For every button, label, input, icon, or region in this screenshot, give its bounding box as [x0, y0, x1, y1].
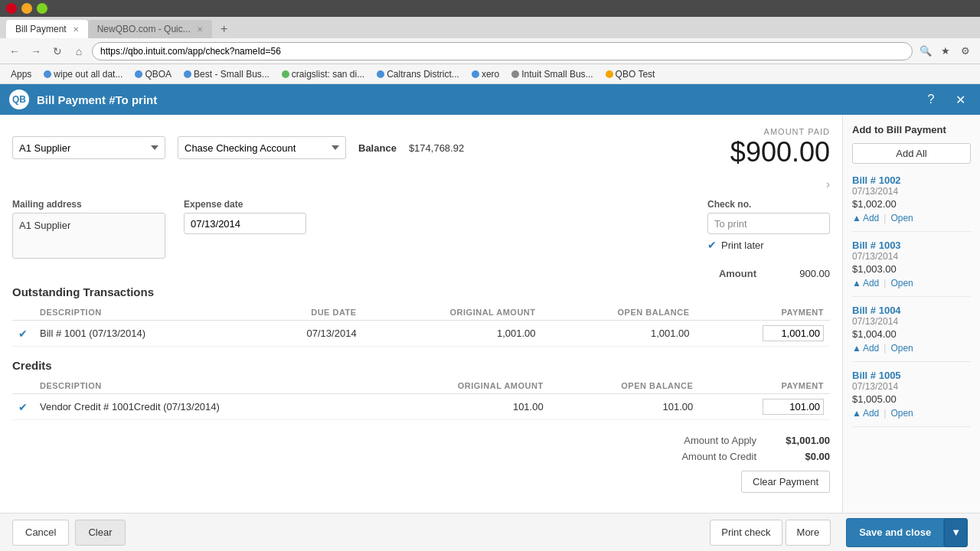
mailing-address-label: Mailing address [12, 199, 165, 210]
add-all-button[interactable]: Add All [852, 143, 971, 164]
col-check [12, 305, 34, 321]
credits-title: Credits [12, 359, 830, 372]
expense-date-input[interactable] [184, 213, 306, 234]
browser-close-button[interactable] [6, 3, 17, 14]
row-payment[interactable] [699, 394, 830, 420]
bookmark-wipe[interactable]: wipe out all dat... [39, 67, 127, 81]
cancel-button[interactable]: Cancel [12, 520, 69, 546]
chevron-right-icon[interactable]: › [826, 178, 830, 191]
new-tab-button[interactable]: + [215, 20, 234, 38]
browser-minimize-button[interactable] [21, 3, 32, 14]
bookmark-qbo[interactable]: QBO Test [601, 67, 660, 81]
bill-add-button-1002[interactable]: ▲ Add [852, 213, 879, 223]
close-app-icon[interactable]: ✕ [949, 89, 971, 110]
vendor-select[interactable]: A1 Supplier [12, 136, 165, 159]
tab-bill-payment[interactable]: Bill Payment ✕ [6, 20, 88, 38]
bookmark-label: Intuit Small Bus... [521, 69, 593, 80]
tab-close-icon[interactable]: ✕ [73, 25, 79, 34]
amount-paid-label: AMOUNT PAID [730, 127, 830, 136]
bill-amount-1004: $1,004.00 [852, 328, 971, 340]
right-sidebar: Add to Bill Payment Add All Bill # 1002 … [842, 115, 980, 513]
bookmark-label: QBO Test [616, 69, 655, 80]
bill-number-1005[interactable]: Bill # 1005 [852, 370, 971, 381]
credit-payment-input[interactable] [763, 399, 824, 415]
bill-card-1003: Bill # 1003 07/13/2014 $1,003.00 ▲ Add |… [852, 240, 971, 297]
bill-open-button-1002[interactable]: Open [890, 213, 913, 223]
bookmark-label: craigslist: san di... [292, 69, 364, 80]
print-actions: Print check More [710, 520, 831, 546]
balance-label: Balance [358, 142, 397, 154]
tab-newqbo[interactable]: NewQBO.com - Quic... ✕ [88, 20, 212, 38]
bookmark-star-icon[interactable]: ★ [937, 43, 954, 60]
amount-to-apply-row: Amount to Apply $1,001.00 [649, 432, 830, 448]
bookmark-caltrans[interactable]: Caltrans District... [372, 67, 464, 81]
bill-number-1004[interactable]: Bill # 1004 [852, 305, 971, 316]
back-button[interactable]: ← [6, 43, 23, 60]
bill-actions-1005: ▲ Add | Open [852, 408, 971, 419]
bookmark-best[interactable]: Best - Small Bus... [179, 67, 274, 81]
bill-open-button-1004[interactable]: Open [890, 343, 913, 354]
tab-close-icon[interactable]: ✕ [197, 25, 203, 34]
bill-amount-1005: $1,005.00 [852, 393, 971, 405]
row-check-cell: ✔ [12, 394, 34, 420]
tab-label: Bill Payment [15, 24, 67, 34]
check-no-group: Check no. [707, 199, 830, 234]
forward-button[interactable]: → [28, 43, 44, 60]
bookmark-dot-icon [135, 70, 142, 78]
row-description: Vendor Credit # 1001Credit (07/13/2014) [34, 394, 375, 420]
row-checkmark-icon[interactable]: ✔ [18, 328, 28, 340]
bill-number-1003[interactable]: Bill # 1003 [852, 240, 971, 251]
bookmark-apps[interactable]: Apps [6, 67, 36, 81]
account-select[interactable]: Chase Checking Account [178, 136, 346, 159]
bill-add-button-1004[interactable]: ▲ Add [852, 343, 879, 354]
bill-separator: | [884, 278, 886, 289]
browser-maximize-button[interactable] [37, 3, 47, 14]
amount-row: Amount 900.00 [12, 268, 830, 279]
credits-table: DESCRIPTION ORIGINAL AMOUNT OPEN BALANCE… [12, 378, 830, 420]
bill-add-button-1005[interactable]: ▲ Add [852, 408, 879, 419]
bill-number-1002[interactable]: Bill # 1002 [852, 174, 971, 186]
app-header: QB Bill Payment #To print ? ✕ [0, 84, 980, 115]
settings-icon[interactable]: ⚙ [957, 43, 974, 60]
add-to-bill-row: › [12, 178, 830, 191]
bill-card-1002: Bill # 1002 07/13/2014 $1,002.00 ▲ Add |… [852, 174, 971, 232]
outstanding-transactions-title: Outstanding Transactions [12, 285, 830, 298]
bill-actions-1004: ▲ Add | Open [852, 343, 971, 354]
bill-open-button-1003[interactable]: Open [890, 278, 913, 289]
col-due-date: DUE DATE [249, 305, 362, 321]
col-payment: PAYMENT [699, 378, 830, 394]
payment-input[interactable] [763, 325, 824, 341]
row-open-balance: 101.00 [550, 394, 700, 420]
bookmark-qboa[interactable]: QBOA [130, 67, 176, 81]
address-bar[interactable] [92, 42, 913, 60]
row-original-amount: 1,001.00 [363, 321, 542, 347]
print-check-button[interactable]: Print check [710, 520, 782, 546]
tab-label: NewQBO.com - Quic... [97, 24, 191, 34]
summary-section: Amount to Apply $1,001.00 Amount to Cred… [12, 432, 830, 493]
bill-separator: | [884, 213, 886, 223]
refresh-button[interactable]: ↻ [49, 43, 66, 60]
bill-card-1005: Bill # 1005 07/13/2014 $1,005.00 ▲ Add |… [852, 370, 971, 427]
bookmark-craigslist[interactable]: craigslist: san di... [277, 67, 369, 81]
save-close-group: Save and close ▼ [846, 518, 968, 547]
amount-paid-section: AMOUNT PAID $900.00 [730, 127, 830, 168]
fields-row: Mailing address A1 Supplier Expense date… [12, 199, 830, 259]
bill-open-button-1005[interactable]: Open [890, 408, 913, 419]
save-dropdown-button[interactable]: ▼ [944, 518, 968, 547]
clear-payment-button[interactable]: Clear Payment [741, 471, 830, 493]
amount-label: Amount [719, 268, 756, 279]
row-payment[interactable] [696, 321, 830, 347]
clear-button[interactable]: Clear [75, 520, 125, 546]
bookmark-intuit[interactable]: Intuit Small Bus... [507, 67, 597, 81]
help-icon[interactable]: ? [920, 89, 942, 110]
save-close-button[interactable]: Save and close [846, 518, 944, 547]
balance-amount: $174,768.92 [409, 142, 464, 154]
more-button[interactable]: More [786, 520, 831, 546]
bill-add-button-1003[interactable]: ▲ Add [852, 278, 879, 289]
bill-actions-1002: ▲ Add | Open [852, 213, 971, 223]
home-button[interactable]: ⌂ [70, 43, 87, 60]
bookmark-xero[interactable]: xero [467, 67, 504, 81]
check-section: Check no. ✔ Print later [707, 199, 830, 251]
row-checkmark-icon[interactable]: ✔ [18, 401, 28, 413]
check-no-input[interactable] [707, 213, 830, 234]
